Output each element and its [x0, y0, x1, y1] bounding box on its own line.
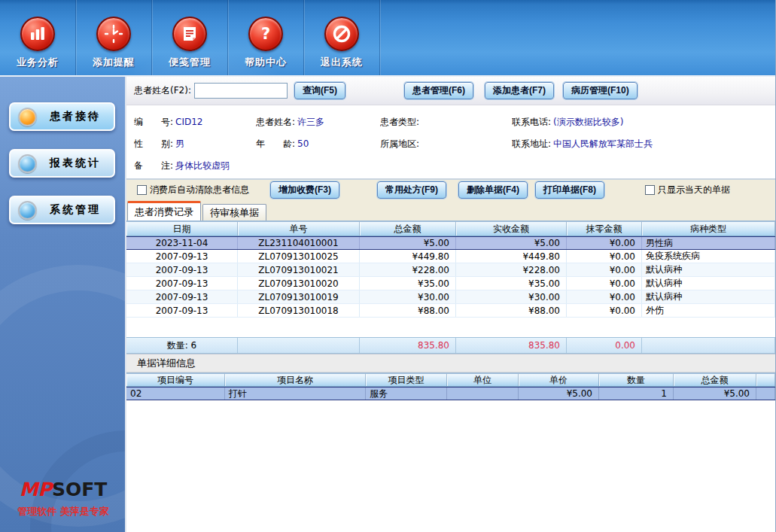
col-header-amount[interactable]: 总金额	[674, 374, 756, 386]
patient-phone-label: 联系电话:	[512, 117, 551, 127]
cell-received: ¥35.00	[456, 277, 567, 290]
toolbar-item-label: 业务分析	[17, 56, 59, 69]
logo-mp: MP	[20, 479, 52, 500]
cell-disease: 默认病种	[642, 290, 775, 303]
col-header-item-type[interactable]: 项目类型	[366, 374, 447, 386]
patient-address-label: 联系地址:	[512, 138, 551, 149]
add-fee-button[interactable]: 增加收费(F3)	[270, 181, 339, 199]
cell-date: 2007-09-13	[126, 277, 238, 290]
orb-icon	[18, 201, 37, 220]
cell-order-no: ZL070913010020	[238, 277, 360, 290]
medical-records-button[interactable]: 病历管理(F10)	[563, 82, 638, 99]
cell-disease: 默认病种	[642, 263, 775, 276]
billing-action-bar: 消费后自动清除患者信息 增加收费(F3) 常用处方(F9) 删除单据(F4) 打…	[126, 178, 775, 200]
auto-clear-checkbox[interactable]	[137, 185, 147, 195]
detail-quantity: 1	[599, 388, 674, 400]
bill-detail-title: 单据详细信息	[126, 354, 775, 372]
cell-disease: 免疫系统疾病	[642, 250, 775, 263]
tab-pending-audit[interactable]: 待审核单据	[202, 204, 266, 220]
cell-rounding: ¥0.00	[567, 237, 642, 249]
col-header-total[interactable]: 总金额	[360, 222, 456, 236]
patient-name-field-label: 患者姓名:	[256, 117, 295, 127]
col-header-received[interactable]: 实收金额	[456, 222, 567, 236]
col-header-unit[interactable]: 单位	[447, 374, 519, 386]
cell-received: ¥88.00	[456, 304, 567, 317]
cell-date: 2007-09-13	[126, 290, 238, 303]
table-row[interactable]: 2007-09-13 ZL070913010018 ¥88.00 ¥88.00 …	[126, 304, 775, 318]
col-header-disease-type[interactable]: 病种类型	[642, 222, 775, 236]
print-bill-button[interactable]: 打印单据(F8)	[535, 181, 604, 199]
sidebar-item-report-statistics[interactable]: 报表统计	[9, 149, 115, 178]
patient-name-input[interactable]	[194, 83, 288, 99]
cell-disease: 男性病	[642, 237, 775, 249]
detail-table-row[interactable]: 02 打针 服务 ¥5.00 1 ¥5.00	[126, 387, 775, 400]
clock-icon	[96, 17, 131, 51]
cell-date: 2007-09-13	[126, 304, 238, 317]
sidebar-item-system-management[interactable]: 系统管理	[9, 196, 115, 224]
common-prescription-button[interactable]: 常用处方(F9)	[377, 181, 446, 199]
col-header-order-no[interactable]: 单号	[238, 222, 360, 236]
delete-bill-button[interactable]: 删除单据(F4)	[458, 181, 528, 199]
table-row[interactable]: 2007-09-13 ZL070913010020 ¥35.00 ¥35.00 …	[126, 277, 775, 290]
patient-manage-button[interactable]: 患者管理(F6)	[404, 82, 473, 99]
summary-row: 数量: 6 835.80 835.80 0.00	[126, 337, 775, 354]
toolbar-add-reminder[interactable]: 添加提醒	[76, 0, 152, 75]
detail-item-name: 打针	[225, 388, 366, 400]
cell-order-no: ZL070913010025	[238, 250, 360, 263]
patient-gender-value: 男	[175, 138, 184, 149]
detail-table-header: 项目编号 项目名称 项目类型 单位 单价 数量 总金额	[126, 372, 775, 387]
cell-rounding: ¥0.00	[567, 250, 642, 263]
today-only-label: 只显示当天的单据	[658, 184, 730, 196]
table-row[interactable]: 2007-09-13 ZL070913010021 ¥228.00 ¥228.0…	[126, 263, 775, 277]
col-header-rounding[interactable]: 抹零金额	[567, 222, 642, 236]
cell-date: 2023-11-04	[126, 237, 238, 249]
cell-rounding: ¥0.00	[567, 304, 642, 317]
table-row[interactable]: 2007-09-13 ZL070913010019 ¥30.00 ¥30.00 …	[126, 290, 775, 304]
cell-received: ¥228.00	[456, 263, 567, 276]
patient-region-label: 所属地区:	[380, 138, 419, 149]
col-header-item-id[interactable]: 项目编号	[126, 374, 225, 386]
detail-unit-price: ¥5.00	[519, 388, 599, 400]
sidebar-item-patient-reception[interactable]: 患者接待	[9, 102, 115, 131]
cell-rounding: ¥0.00	[567, 277, 642, 290]
detail-unit	[447, 388, 519, 400]
bar-chart-icon	[20, 17, 55, 51]
toolbar-item-label: 添加提醒	[93, 56, 135, 69]
cell-order-no: ZL070913010021	[238, 263, 360, 276]
query-button[interactable]: 查询(F5)	[294, 82, 345, 99]
consumption-records-table: 日期 单号 总金额 实收金额 抹零金额 病种类型 2023-11-04 ZL23…	[126, 220, 775, 354]
cell-received: ¥30.00	[456, 290, 567, 303]
col-header-unit-price[interactable]: 单价	[519, 374, 599, 386]
col-header-item-name[interactable]: 项目名称	[225, 374, 366, 386]
toolbar-exit-system[interactable]: 退出系统	[304, 0, 380, 75]
table-row[interactable]: 2007-09-13 ZL070913010025 ¥449.80 ¥449.8…	[126, 250, 775, 263]
col-header-date[interactable]: 日期	[126, 222, 238, 236]
patient-phone-value: (演示数据比较多)	[553, 117, 623, 127]
toolbar-business-analysis[interactable]: 业务分析	[0, 0, 76, 75]
app-window: 业务分析 添加提醒 便笺管理 ? 帮助中心 退出系统	[0, 0, 776, 532]
sidebar-nav: 患者接待 报表统计 系统管理	[0, 77, 125, 224]
toolbar-help-center[interactable]: ? 帮助中心	[228, 0, 304, 75]
sidebar-item-label: 系统管理	[50, 203, 101, 217]
cell-disease: 默认病种	[642, 277, 775, 290]
patient-note-label: 备 注:	[134, 160, 173, 171]
detail-item-type: 服务	[366, 388, 447, 400]
patient-info-panel: 编 号:CID12 患者姓名:许三多 患者类型: 联系电话:(演示数据比较多) …	[126, 105, 775, 178]
cell-rounding: ¥0.00	[567, 263, 642, 276]
logo-soft: SOFT	[52, 479, 107, 500]
cell-received: ¥449.80	[456, 250, 567, 263]
table-row[interactable]: 2023-11-04 ZL231104010001 ¥5.00 ¥5.00 ¥0…	[126, 236, 775, 250]
toolbar-item-label: 退出系统	[321, 56, 363, 69]
toolbar-notes-manage[interactable]: 便笺管理	[152, 0, 228, 75]
orb-icon	[18, 154, 37, 173]
col-header-quantity[interactable]: 数量	[599, 374, 674, 386]
patient-note-value: 身体比较虚弱	[175, 160, 230, 171]
records-table-header: 日期 单号 总金额 实收金额 抹零金额 病种类型	[126, 222, 775, 236]
cell-disease: 外伤	[642, 304, 775, 317]
add-patient-button[interactable]: 添加患者(F7)	[485, 82, 554, 99]
patient-name-label: 患者姓名(F2):	[134, 84, 191, 97]
tab-consumption-records[interactable]: 患者消费记录	[127, 201, 201, 220]
today-only-checkbox[interactable]	[645, 185, 655, 195]
records-tab-bar: 患者消费记录 待审核单据	[126, 200, 775, 220]
patient-name-value: 许三多	[297, 117, 324, 127]
